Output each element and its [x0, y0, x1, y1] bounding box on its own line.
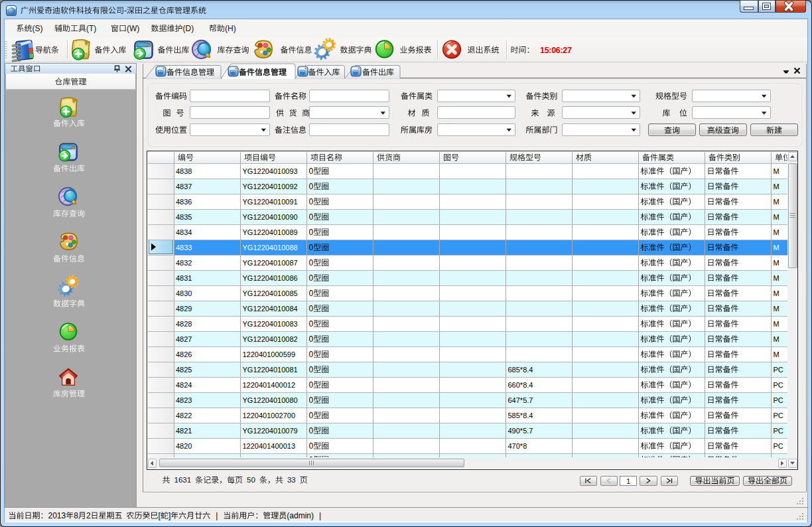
svg-text:4827: 4827	[176, 335, 192, 343]
svg-text:4820: 4820	[176, 442, 192, 450]
svg-text:4821: 4821	[176, 427, 192, 435]
svg-text:YG12204010080: YG12204010080	[243, 396, 298, 404]
svg-text:YG12204010088: YG12204010088	[243, 244, 298, 252]
svg-text:M: M	[774, 228, 779, 236]
svg-text:585*8.4: 585*8.4	[508, 412, 533, 419]
svg-text:647*5.7: 647*5.7	[508, 396, 533, 404]
svg-text:-: -	[124, 6, 127, 15]
svg-text:4830: 4830	[176, 289, 192, 297]
svg-text:PC: PC	[774, 442, 783, 450]
svg-text:4836: 4836	[176, 198, 192, 206]
svg-text:M: M	[774, 335, 779, 343]
svg-text:]: ]	[169, 511, 170, 520]
svg-text:8: 8	[74, 511, 78, 520]
svg-text:4829: 4829	[176, 305, 192, 313]
svg-text:|: |	[216, 511, 218, 520]
svg-text:YG12204010089: YG12204010089	[243, 228, 298, 236]
svg-text:1220401000599: 1220401000599	[243, 350, 296, 358]
svg-text:(W): (W)	[127, 24, 139, 33]
svg-text:[: [	[159, 511, 161, 520]
svg-text:|: |	[319, 511, 321, 520]
svg-text:470*8: 470*8	[508, 442, 527, 450]
svg-text:4825: 4825	[176, 366, 192, 374]
svg-text:M: M	[774, 259, 779, 267]
svg-text:PC: PC	[774, 427, 783, 435]
svg-text:(H): (H)	[225, 24, 236, 33]
svg-text:M: M	[774, 244, 779, 252]
svg-text:1220401400012: 1220401400012	[243, 381, 296, 389]
svg-text:4822: 4822	[176, 412, 192, 419]
svg-text:YG12204010087: YG12204010087	[243, 259, 298, 267]
svg-text:15:06:27: 15:06:27	[540, 46, 572, 55]
svg-text:M: M	[774, 198, 779, 206]
svg-text:4833: 4833	[176, 244, 192, 252]
svg-text:PC: PC	[774, 366, 783, 374]
svg-text:(S): (S)	[33, 24, 43, 33]
svg-text:YG12204010084: YG12204010084	[243, 305, 298, 313]
svg-text:4832: 4832	[176, 259, 192, 267]
svg-text:YG12204010086: YG12204010086	[243, 274, 298, 282]
svg-text:YG12204010092: YG12204010092	[243, 183, 298, 190]
svg-text:YG12204010078: YG12204010078	[243, 456, 298, 464]
svg-text:4826: 4826	[176, 350, 192, 358]
svg-text:4834: 4834	[176, 228, 192, 236]
svg-text:M: M	[774, 183, 779, 190]
svg-text:YG12204010091: YG12204010091	[243, 198, 298, 206]
svg-text:PC: PC	[774, 381, 783, 389]
svg-text:YG12204010082: YG12204010082	[243, 335, 298, 343]
svg-text:YG12204010090: YG12204010090	[243, 213, 298, 221]
svg-text:490*5.7: 490*5.7	[508, 427, 533, 435]
svg-text:1: 1	[626, 477, 630, 485]
svg-text:1631: 1631	[174, 476, 192, 484]
svg-text:660*8.4: 660*8.4	[508, 381, 533, 389]
svg-text:M: M	[774, 320, 779, 328]
svg-text:M: M	[774, 213, 779, 221]
svg-text:(D): (D)	[183, 24, 194, 33]
svg-text:4819: 4819	[176, 456, 192, 464]
svg-text:PC: PC	[774, 396, 783, 404]
svg-text:(T): (T)	[86, 24, 96, 33]
svg-text:2013: 2013	[48, 511, 66, 520]
svg-text:(admin): (admin)	[287, 511, 314, 520]
svg-text:4831: 4831	[176, 274, 192, 282]
svg-text:4838: 4838	[176, 167, 192, 175]
svg-text:YG12204010093: YG12204010093	[243, 167, 298, 175]
svg-text:4828: 4828	[176, 320, 192, 328]
svg-text:YG12204010085: YG12204010085	[243, 289, 298, 297]
svg-text:YG12204010081: YG12204010081	[243, 366, 298, 374]
svg-text:4824: 4824	[176, 381, 192, 389]
svg-text:M: M	[774, 350, 779, 358]
svg-text:4823: 4823	[176, 396, 192, 404]
svg-text:33: 33	[287, 476, 296, 484]
svg-text:1220401400013: 1220401400013	[243, 442, 296, 450]
svg-text:50: 50	[247, 476, 255, 484]
svg-text:YG12204010083: YG12204010083	[243, 320, 298, 328]
svg-text:PC: PC	[774, 412, 783, 419]
svg-text:YG12204010079: YG12204010079	[243, 427, 298, 435]
svg-text:4835: 4835	[176, 213, 192, 221]
svg-text:1220401002700: 1220401002700	[243, 412, 296, 419]
svg-text:M: M	[774, 305, 779, 313]
svg-text:M: M	[774, 167, 779, 175]
svg-text:2: 2	[86, 511, 91, 520]
svg-text:685*8.4: 685*8.4	[508, 366, 533, 374]
svg-text:M: M	[774, 289, 779, 297]
svg-text:M: M	[774, 274, 779, 282]
svg-text:4837: 4837	[176, 183, 192, 190]
